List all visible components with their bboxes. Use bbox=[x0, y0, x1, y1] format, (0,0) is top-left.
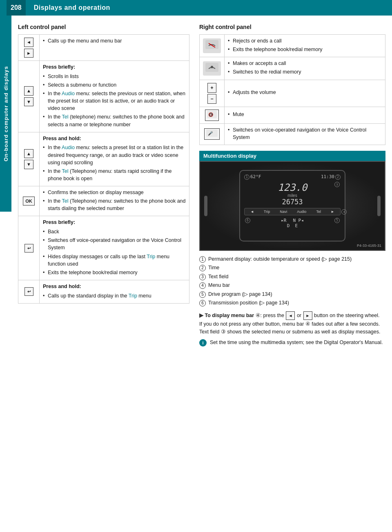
gear-r: ▸R bbox=[281, 218, 286, 223]
up-arrow-icon: ▲ bbox=[24, 86, 33, 96]
list-item: Selects a submenu or function bbox=[43, 81, 186, 89]
multifunction-display-image: 162°F 11:302 3 123.0 miles 26753 4 bbox=[199, 161, 385, 251]
temperature-display: 62°F bbox=[250, 174, 261, 179]
svg-text:🔇: 🔇 bbox=[208, 112, 214, 117]
watermark: P4-33-4165-31 bbox=[357, 244, 381, 248]
back-hold-icon: ↩ bbox=[24, 287, 33, 296]
numbered-list: 1Permanent display: outside temperature … bbox=[199, 256, 385, 307]
menu-bar-ref: ④ bbox=[305, 321, 310, 327]
accept-call-icon-cell bbox=[200, 57, 225, 80]
num-4: 4 bbox=[199, 282, 206, 289]
mute-description: Mute bbox=[225, 107, 385, 123]
list-item: 1Permanent display: outside temperature … bbox=[199, 256, 385, 263]
voice-icon-cell: 🎤 bbox=[200, 123, 225, 145]
left-arrow-icon: ◄ bbox=[24, 38, 33, 47]
left-right-description: Calls up the menu and menu bar bbox=[40, 35, 189, 61]
svg-point-3 bbox=[211, 66, 213, 68]
back-brief-description: Press briefly: Back Switches off voice-o… bbox=[40, 216, 189, 280]
table-row: ▲ ▼ Press briefly: Scrolls in lists Sele… bbox=[18, 61, 189, 132]
up-arrow-hold-icon: ▲ bbox=[24, 149, 33, 159]
gear-d: D E bbox=[244, 223, 341, 228]
list-item: Exits the telephone book/redial memory bbox=[43, 269, 186, 276]
list-item: Calls up the standard display in the Tri… bbox=[43, 292, 186, 300]
volume-description: Adjusts the volume bbox=[225, 80, 385, 107]
text-field-ref: ③ bbox=[221, 329, 226, 335]
back-button-icon: ↩ bbox=[24, 244, 33, 253]
table-row: 🎤 Switches on voice-operated navigation … bbox=[200, 123, 385, 145]
ok-button-icon: OK bbox=[23, 197, 35, 206]
ok-icon-cell: OK bbox=[18, 186, 40, 216]
mute-icon: 🔇 bbox=[205, 110, 219, 121]
menu-trip: Trip bbox=[264, 210, 270, 214]
press-briefly-label: Press briefly: bbox=[43, 63, 186, 71]
list-item: In the Tel (telephone) menu: switches to… bbox=[43, 113, 186, 128]
side-tab-label: On-board computer and displays bbox=[0, 16, 11, 212]
back-hold-icon-cell: ↩ bbox=[18, 280, 40, 303]
press-hold-label-2: Press and hold: bbox=[43, 283, 186, 291]
volume-icon-cell: + − bbox=[200, 80, 225, 107]
table-row: OK Confirms the selection or display mes… bbox=[18, 186, 189, 216]
circle-4-indicator: 4 bbox=[341, 209, 347, 215]
reject-call-description: Rejects or ends a call Exits the telepho… bbox=[225, 35, 385, 57]
trip-teal2: Trip bbox=[129, 293, 137, 299]
list-item: Mute bbox=[228, 111, 382, 118]
page-number: 208 bbox=[7, 0, 26, 16]
list-item: Switches off voice-operated navigation o… bbox=[43, 237, 186, 251]
reject-call-icon-cell bbox=[200, 35, 225, 57]
list-item: Rejects or ends a call bbox=[228, 37, 382, 45]
trip-teal: Trip bbox=[147, 254, 155, 259]
circle-1-indicator: 1 bbox=[244, 174, 249, 180]
right-arrow-btn-ref: ► bbox=[303, 311, 312, 320]
list-item: Calls up the menu and menu bar bbox=[43, 37, 186, 45]
right-section-title: Right control panel bbox=[199, 24, 385, 30]
up-down-brief-description: Press briefly: Scrolls in lists Selects … bbox=[40, 61, 189, 132]
info-block: i Set the time using the multimedia syst… bbox=[199, 339, 385, 346]
table-row: ▲ ▼ Press and hold: In the Audio menu: s… bbox=[18, 132, 189, 186]
menu-left-arrow: ◄ bbox=[250, 210, 254, 214]
num-3: 3 bbox=[199, 274, 206, 280]
list-item: In the Tel (Telephone) menu: starts rapi… bbox=[43, 168, 186, 182]
info-text: Set the time using the multimedia system… bbox=[210, 339, 383, 346]
list-item: Scrolls in lists bbox=[43, 73, 186, 80]
left-control-table: ◄ ► Calls up the menu and menu bar bbox=[18, 34, 189, 304]
num-5: 5 bbox=[199, 291, 206, 298]
table-row: Makes or accepts a call Switches to the … bbox=[200, 57, 385, 80]
voice-control-icon: 🎤 bbox=[204, 128, 220, 140]
right-control-table: Rejects or ends a call Exits the telepho… bbox=[199, 34, 385, 145]
right-arrow-icon: ► bbox=[24, 49, 33, 58]
list-item: In the Audio menu: selects a preset list… bbox=[43, 144, 186, 166]
table-row: + − Adjusts the volume bbox=[200, 80, 385, 107]
left-arrow-btn-ref: ◄ bbox=[286, 311, 295, 320]
num-2: 2 bbox=[199, 265, 206, 271]
table-row: 🔇 Mute bbox=[200, 107, 385, 123]
odometer-main: 123.0 bbox=[244, 182, 341, 193]
instruction-block: ▶ To display menu bar ④: press the ◄ or … bbox=[199, 311, 385, 336]
tel-teal2: Tel bbox=[62, 168, 69, 174]
left-section-title: Left control panel bbox=[18, 24, 189, 30]
multifunction-header: Multifunction display bbox=[199, 151, 385, 161]
reject-call-icon bbox=[205, 40, 218, 49]
accept-call-icon bbox=[205, 63, 218, 72]
list-item: Adjusts the volume bbox=[228, 89, 382, 96]
up-down-arrow-icons-brief: ▲ ▼ bbox=[18, 61, 40, 132]
left-right-arrow-icons: ◄ ► bbox=[18, 35, 40, 61]
right-control-panel: Right control panel bbox=[199, 24, 385, 346]
list-item: Switches on voice-operated navigation or… bbox=[228, 126, 382, 141]
left-control-panel: Left control panel ◄ ► Calls up the menu… bbox=[18, 24, 189, 346]
volume-plus-icon: + bbox=[207, 83, 216, 93]
list-item: 3Text field bbox=[199, 273, 385, 281]
header-bar: 208 Displays and operation bbox=[0, 0, 392, 16]
list-item: 4Menu bar bbox=[199, 282, 385, 289]
list-item: 2Time bbox=[199, 264, 385, 272]
circle-5-indicator: 5 bbox=[334, 218, 340, 223]
audio-teal: Audio bbox=[62, 91, 75, 96]
time-display: 11:30 bbox=[321, 174, 334, 179]
back-brief-icon-cell: ↩ bbox=[18, 216, 40, 280]
table-row: ↩ Press and hold: Calls up the standard … bbox=[18, 280, 189, 303]
list-item: Back bbox=[43, 228, 186, 235]
ok-description: Confirms the selection or display messag… bbox=[40, 186, 189, 216]
up-down-arrow-icons-hold: ▲ ▼ bbox=[18, 132, 40, 186]
audio-teal2: Audio bbox=[62, 145, 75, 150]
press-briefly-label-2: Press briefly: bbox=[43, 219, 186, 226]
page-title: Displays and operation bbox=[34, 4, 110, 11]
